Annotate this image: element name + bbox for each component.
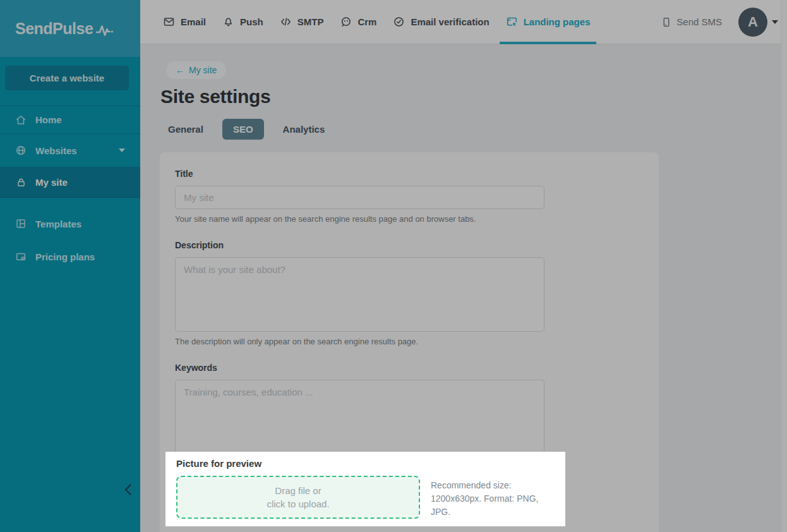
picture-upload-dropzone[interactable]: Drag file or click to upload. xyxy=(176,476,420,519)
picture-field-row: Drag file or click to upload. Recommende… xyxy=(176,476,565,519)
dropzone-text-line1: Drag file or xyxy=(275,484,321,497)
picture-for-preview-spotlight: Picture for preview Drag file or click t… xyxy=(165,452,565,526)
app-root: SendPulse Create a website Home xyxy=(0,0,787,532)
dropzone-text-line2: click to upload. xyxy=(267,497,329,511)
picture-field-label: Picture for preview xyxy=(176,458,565,469)
picture-recommended-size-text: Recommended size: 1200x630px. Format: PN… xyxy=(431,476,548,519)
